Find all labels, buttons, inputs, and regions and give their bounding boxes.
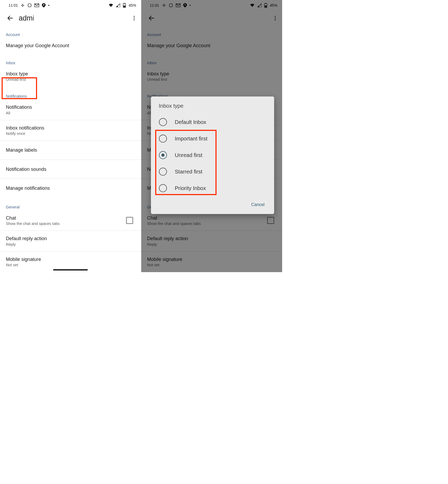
row-subtitle: Reply [6, 242, 135, 247]
row-inbox-notifications[interactable]: Inbox notifications Notify once [0, 120, 141, 141]
radio-icon [159, 184, 167, 192]
svg-rect-9 [123, 6, 125, 7]
row-title: Notifications [6, 104, 135, 110]
svg-rect-1 [23, 5, 24, 6]
option-default-inbox[interactable]: Default Inbox [159, 114, 269, 130]
screen-settings: 11:01 ! 45% admi [0, 0, 141, 272]
row-inbox-type[interactable]: Inbox type Unread first [0, 66, 141, 87]
row-manage-account[interactable]: Manage your Google Account [0, 38, 141, 54]
wifi-icon [109, 3, 113, 7]
option-label: Important first [175, 136, 207, 142]
row-title: Default reply action [6, 236, 135, 242]
screen-dialog: 11:01 ! 45% Account [141, 0, 282, 272]
gmail-icon [34, 3, 39, 7]
radio-icon [159, 168, 167, 176]
row-notification-sounds[interactable]: Notification sounds [0, 160, 141, 179]
overflow-menu-button[interactable] [129, 13, 139, 23]
radio-icon [159, 151, 167, 159]
row-title: Manage notifications [6, 185, 135, 191]
option-starred-first[interactable]: Starred first [159, 163, 269, 180]
svg-rect-2 [22, 4, 23, 5]
row-subtitle: Not set [6, 263, 135, 267]
svg-point-12 [134, 19, 135, 21]
battery-icon [123, 3, 126, 8]
option-important-first[interactable]: Important first [159, 130, 269, 147]
dialog-options: Default Inbox Important first Unread fir… [159, 114, 269, 196]
row-title: Inbox type [6, 71, 135, 77]
svg-rect-3 [22, 6, 23, 7]
shape-icon [27, 3, 32, 7]
slack-icon [21, 3, 25, 7]
section-header-notifications: Notifications [0, 87, 141, 99]
option-label: Unread first [175, 152, 202, 158]
section-header-general: General [0, 198, 141, 210]
app-bar: admi [0, 11, 141, 26]
map-pin-icon [42, 3, 46, 7]
row-subtitle: Unread first [6, 77, 135, 82]
back-button[interactable] [5, 13, 15, 23]
svg-point-10 [134, 16, 135, 17]
row-title: Manage your Google Account [6, 43, 135, 49]
option-priority-inbox[interactable]: Priority Inbox [159, 180, 269, 196]
page-title: admi [19, 14, 129, 22]
arrow-left-icon [7, 15, 14, 22]
radio-icon [159, 135, 167, 143]
svg-point-5 [43, 4, 44, 5]
row-title: Manage labels [6, 147, 135, 153]
option-label: Default Inbox [175, 119, 206, 125]
row-subtitle: Notify once [6, 131, 135, 136]
page-title-text: adm [19, 14, 33, 22]
section-header-inbox: Inbox [0, 54, 141, 66]
row-title: Inbox notifications [6, 125, 135, 131]
chat-checkbox[interactable] [126, 217, 133, 224]
signal-icon: ! [116, 3, 120, 7]
row-manage-labels[interactable]: Manage labels [0, 141, 141, 160]
row-notifications[interactable]: Notifications All [0, 99, 141, 120]
option-label: Starred first [175, 169, 202, 175]
svg-text:!: ! [119, 4, 120, 6]
cancel-button[interactable]: Cancel [249, 200, 267, 209]
dialog-title: Inbox type [159, 103, 269, 109]
status-time: 11:01 [9, 3, 18, 7]
svg-point-11 [134, 18, 135, 19]
row-manage-notifications[interactable]: Manage notifications [0, 179, 141, 198]
row-default-reply[interactable]: Default reply action Reply [0, 231, 141, 252]
section-header-account: Account [0, 26, 141, 38]
row-subtitle: Show the chat and spaces tabs [6, 221, 126, 226]
option-unread-first[interactable]: Unread first [159, 147, 269, 163]
row-title: Notification sounds [6, 166, 135, 172]
more-vertical-icon [131, 15, 137, 21]
status-battery-text: 45% [129, 3, 136, 7]
option-label: Priority Inbox [175, 185, 206, 191]
status-overflow-dot [48, 5, 49, 6]
nav-bar[interactable] [53, 269, 88, 271]
row-subtitle: All [6, 111, 135, 115]
row-title: Chat [6, 215, 126, 221]
inbox-type-dialog: Inbox type Default Inbox Important first… [151, 96, 274, 214]
row-chat[interactable]: Chat Show the chat and spaces tabs [0, 210, 141, 231]
status-bar: 11:01 ! 45% [0, 0, 141, 11]
radio-icon [159, 118, 167, 126]
row-title: Mobile signature [6, 256, 135, 263]
svg-rect-0 [21, 5, 22, 6]
